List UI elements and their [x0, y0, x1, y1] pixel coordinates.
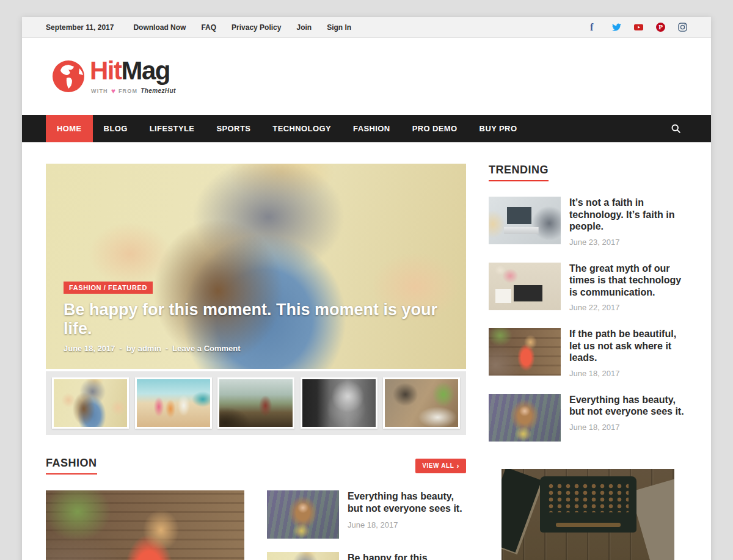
- article-thumbnail[interactable]: [267, 552, 339, 560]
- search-icon[interactable]: [665, 115, 687, 142]
- carousel-thumb-mountain[interactable]: [217, 377, 294, 429]
- site-logo[interactable]: HitMag WITH ♥ FROM ThemezHut: [53, 58, 176, 95]
- article-date: June 18, 2017: [569, 423, 687, 432]
- tagline-brand: ThemezHut: [140, 87, 176, 94]
- logo-hit: Hit: [90, 56, 122, 85]
- site-header: HitMag WITH ♥ FROM ThemezHut: [22, 38, 711, 115]
- trending-section-header: TRENDING: [489, 164, 687, 181]
- featured-date: June 18, 2017: [64, 344, 115, 353]
- fashion-articles: Everything has beauty, but not everyone …: [46, 490, 466, 560]
- logo-name: HitMag: [90, 58, 176, 84]
- logo-tagline: WITH ♥ FROM ThemezHut: [90, 87, 176, 95]
- nav-item-fashion[interactable]: FASHION: [342, 115, 401, 142]
- globe-icon: [53, 60, 84, 92]
- article-info: Be happy for this moment.: [348, 552, 466, 560]
- ad-overlay: [501, 469, 674, 560]
- carousel-thumb-kids[interactable]: [383, 377, 460, 429]
- featured-meta: June 18, 2017 - by admin - Leave a Comme…: [64, 344, 448, 353]
- topbar-link-privacy-policy[interactable]: Privacy Policy: [232, 23, 281, 32]
- social-links: f P: [590, 23, 687, 32]
- trending-section-title: TRENDING: [489, 164, 549, 181]
- heart-icon: ♥: [111, 87, 115, 95]
- tagline-with: WITH: [91, 88, 108, 94]
- article-date: June 22, 2017: [569, 303, 687, 312]
- view-all-button[interactable]: VIEW ALL ›: [415, 459, 466, 473]
- site-container: September 11, 2017 Download Now FAQ Priv…: [22, 17, 711, 560]
- meta-separator: -: [120, 344, 122, 353]
- fashion-article-list: Everything has beauty, but not everyone …: [267, 490, 466, 560]
- article-date: June 18, 2017: [348, 520, 466, 529]
- topbar-link-sign-in[interactable]: Sign In: [327, 23, 351, 32]
- article-thumbnail[interactable]: [267, 490, 339, 539]
- article-thumbnail[interactable]: [489, 197, 561, 244]
- featured-title[interactable]: Be happy for this moment. This moment is…: [64, 300, 448, 338]
- list-item: If the path be beautiful, let us not ask…: [489, 328, 687, 378]
- main-nav: HOME BLOG LIFESTYLE SPORTS TECHNOLOGY FA…: [22, 115, 711, 142]
- carousel-thumb-car[interactable]: [52, 377, 129, 429]
- nav-item-sports[interactable]: SPORTS: [205, 115, 261, 142]
- category-badge[interactable]: FASHION / FEATURED: [64, 282, 153, 294]
- logo-text: HitMag WITH ♥ FROM ThemezHut: [90, 58, 176, 95]
- fashion-section-header: FASHION VIEW ALL ›: [46, 457, 466, 475]
- nav-item-blog[interactable]: BLOG: [93, 115, 139, 142]
- article-thumbnail[interactable]: [489, 263, 561, 310]
- nav-item-lifestyle[interactable]: LIFESTYLE: [139, 115, 206, 142]
- fashion-featured-article[interactable]: [46, 490, 244, 560]
- topbar-link-faq[interactable]: FAQ: [201, 23, 216, 32]
- topbar-links: Download Now FAQ Privacy Policy Join Sig…: [133, 23, 351, 32]
- featured-overlay: FASHION / FEATURED Be happy for this mom…: [64, 282, 448, 353]
- featured-post[interactable]: FASHION / FEATURED Be happy for this mom…: [46, 164, 466, 369]
- topbar: September 11, 2017 Download Now FAQ Priv…: [22, 17, 711, 38]
- article-title[interactable]: The great myth of our times is that tech…: [569, 263, 687, 299]
- article-title[interactable]: It’s not a faith in technology. It’s fai…: [569, 197, 687, 233]
- article-thumbnail[interactable]: [489, 328, 561, 376]
- topbar-link-join[interactable]: Join: [296, 23, 312, 32]
- carousel-thumb-beach[interactable]: [135, 377, 212, 429]
- topbar-link-download-now[interactable]: Download Now: [133, 23, 186, 32]
- article-date: June 18, 2017: [569, 369, 687, 378]
- meta-separator: -: [166, 344, 168, 353]
- article-info: The great myth of our times is that tech…: [569, 263, 687, 313]
- fashion-featured-image: [46, 490, 244, 560]
- article-date: June 23, 2017: [569, 238, 687, 247]
- article-thumbnail[interactable]: [489, 394, 561, 442]
- youtube-icon[interactable]: [634, 23, 643, 32]
- instagram-icon[interactable]: [678, 23, 687, 32]
- article-title[interactable]: Be happy for this moment.: [348, 552, 466, 560]
- nav-item-pro-demo[interactable]: PRO DEMO: [401, 115, 469, 142]
- slider-thumbnails: [46, 371, 466, 435]
- nav-item-technology[interactable]: TECHNOLOGY: [261, 115, 342, 142]
- pinterest-icon[interactable]: P: [656, 23, 665, 32]
- logo-mag: Mag: [122, 56, 170, 85]
- list-item: The great myth of our times is that tech…: [489, 263, 687, 313]
- carousel-thumb-coffee[interactable]: [301, 377, 377, 429]
- featured-comments-link[interactable]: Leave a Comment: [172, 344, 240, 353]
- content-area: FASHION / FEATURED Be happy for this mom…: [22, 142, 711, 560]
- facebook-icon[interactable]: f: [590, 23, 599, 32]
- nav-item-buy-pro[interactable]: BUY PRO: [469, 115, 528, 142]
- list-item: Everything has beauty, but not everyone …: [489, 394, 687, 442]
- svg-text:P: P: [658, 24, 663, 31]
- twitter-icon[interactable]: [612, 23, 621, 32]
- article-info: It’s not a faith in technology. It’s fai…: [569, 197, 687, 247]
- advertisement-banner[interactable]: Advertise Here 300 x 250: [501, 469, 674, 560]
- sidebar: TRENDING It’s not a faith in technology.…: [489, 164, 687, 560]
- article-title[interactable]: Everything has beauty, but not everyone …: [348, 490, 466, 515]
- chevron-right-icon: ›: [456, 462, 459, 470]
- article-title[interactable]: If the path be beautiful, let us not ask…: [569, 328, 687, 364]
- article-info: If the path be beautiful, let us not ask…: [569, 328, 687, 378]
- tagline-from: FROM: [119, 88, 137, 94]
- nav-item-home[interactable]: HOME: [46, 115, 93, 142]
- article-title[interactable]: Everything has beauty, but not everyone …: [569, 394, 687, 418]
- main-column: FASHION / FEATURED Be happy for this mom…: [46, 164, 466, 560]
- list-item: It’s not a faith in technology. It’s fai…: [489, 197, 687, 247]
- article-info: Everything has beauty, but not everyone …: [348, 490, 466, 539]
- featured-author[interactable]: by admin: [126, 344, 161, 353]
- list-item: Be happy for this moment.: [267, 552, 466, 560]
- current-date: September 11, 2017: [46, 23, 114, 32]
- ad-container: Advertise Here 300 x 250: [489, 469, 687, 560]
- list-item: Everything has beauty, but not everyone …: [267, 490, 466, 539]
- fashion-section-title: FASHION: [46, 457, 97, 475]
- view-all-label: VIEW ALL: [422, 462, 454, 469]
- article-info: Everything has beauty, but not everyone …: [569, 394, 687, 442]
